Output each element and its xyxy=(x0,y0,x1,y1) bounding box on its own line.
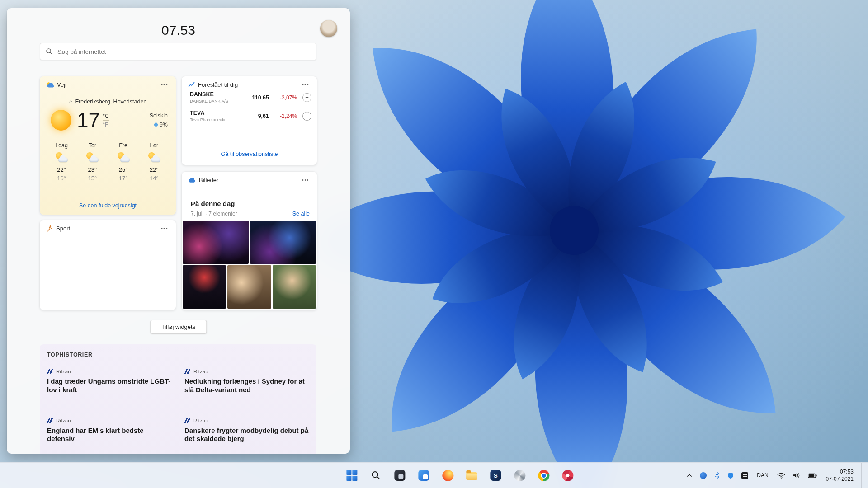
stock-name: DANSKE BANK A/S xyxy=(190,99,243,103)
tray-blue-app-button[interactable] xyxy=(698,471,708,480)
ritzau-logo-icon xyxy=(184,418,191,423)
watchlist-link[interactable]: Gå til observationsliste xyxy=(221,151,278,157)
photo-thumbnail[interactable] xyxy=(227,265,271,309)
news-item[interactable]: Ritzau Nedlukning forlænges i Sydney for… xyxy=(184,369,309,394)
show-desktop-button[interactable] xyxy=(861,463,863,488)
volume-icon xyxy=(793,472,800,479)
taskbar: S xyxy=(0,462,868,488)
s-logo-icon: S xyxy=(490,470,501,481)
chevron-up-icon xyxy=(687,474,692,477)
stocks-widget-icon xyxy=(188,81,195,88)
news-item[interactable]: Ritzau Danskere frygter modbydelig debut… xyxy=(184,418,309,444)
stock-change: -3,07% xyxy=(269,94,297,101)
photos-see-all-link[interactable]: Se alle xyxy=(292,211,310,217)
fahrenheit-toggle[interactable]: °F xyxy=(103,120,108,128)
forecast-day-fri[interactable]: Fre 25° 17° xyxy=(111,142,136,182)
search-input[interactable] xyxy=(57,48,316,55)
photos-widget-title: Billeder xyxy=(199,177,218,183)
forecast-day-label: Fre xyxy=(111,142,136,149)
language-indicator[interactable]: DAN xyxy=(755,470,770,480)
tray-overflow-button[interactable] xyxy=(685,472,693,479)
stock-row-teva[interactable]: TEVA Teva Pharmaceutic... 9,61 -2,24% + xyxy=(182,107,317,125)
news-headline: Nedlukning forlænges i Sydney for at slå… xyxy=(184,377,309,394)
dark-badge-icon xyxy=(741,472,748,479)
sport-menu-button[interactable]: ••• xyxy=(159,225,170,232)
ritzau-logo-icon xyxy=(47,369,53,374)
weather-location-row[interactable]: ⌂ Frederiksberg, Hovedstaden xyxy=(40,98,176,105)
wifi-icon xyxy=(777,473,785,479)
stocks-menu-button[interactable]: ••• xyxy=(300,81,311,88)
news-item[interactable]: Ritzau I dag træder Ungarns omstridte LG… xyxy=(47,369,172,394)
gray-sphere-app-button[interactable] xyxy=(510,466,528,484)
precipitation-drop-icon xyxy=(153,122,158,127)
firefox-button[interactable] xyxy=(439,466,457,484)
blue-app-icon xyxy=(700,472,707,479)
forecast-day-label: Tor xyxy=(80,142,105,149)
file-explorer-button[interactable] xyxy=(462,466,481,484)
full-forecast-link[interactable]: Se den fulde vejrudsigt xyxy=(79,202,137,209)
forecast-high: 23° xyxy=(80,166,105,173)
bluetooth-button[interactable] xyxy=(713,470,721,480)
partly-sunny-icon xyxy=(117,152,130,162)
add-to-watchlist-button[interactable]: + xyxy=(302,93,311,102)
user-avatar[interactable] xyxy=(320,20,337,37)
forecast-low: 15° xyxy=(80,175,105,182)
forecast-day-label: Lør xyxy=(142,142,167,149)
photo-thumbnail[interactable] xyxy=(250,221,316,264)
gray-sphere-icon xyxy=(514,470,525,481)
task-view-icon xyxy=(394,470,405,481)
security-shield-button[interactable] xyxy=(726,471,735,480)
s-app-button[interactable]: S xyxy=(486,466,505,484)
weather-location: Frederiksberg, Hovedstaden xyxy=(75,99,147,105)
photo-thumbnail[interactable] xyxy=(183,221,249,264)
battery-icon xyxy=(808,473,817,478)
stocks-widget-title: Foreslået til dig xyxy=(198,81,238,88)
weather-menu-button[interactable]: ••• xyxy=(159,81,170,88)
news-source: Ritzau xyxy=(56,418,71,423)
firefox-icon xyxy=(442,470,453,481)
taskbar-clock[interactable]: 07:53 07-07-2021 xyxy=(823,466,856,484)
news-source: Ritzau xyxy=(56,369,71,374)
chrome-button[interactable] xyxy=(534,466,552,484)
news-section-title: TOPHISTORIER xyxy=(47,352,93,358)
forecast-day-thu[interactable]: Tor 23° 15° xyxy=(80,142,105,182)
widgets-icon xyxy=(418,470,429,481)
weather-current-conditions: 17 °C °F Solskin 9% xyxy=(51,110,168,131)
add-widgets-button[interactable]: Tilføj widgets xyxy=(150,320,207,334)
forecast-high: 22° xyxy=(49,166,74,173)
sport-widget-title: Sport xyxy=(56,225,70,232)
photo-thumbnail[interactable] xyxy=(273,265,316,309)
forecast-day-today[interactable]: I dag 22° 16° xyxy=(49,142,74,182)
volume-button[interactable] xyxy=(792,471,802,480)
add-to-watchlist-button[interactable]: + xyxy=(302,112,311,121)
news-headline: England har EM's klart bedste defensiv xyxy=(47,427,172,444)
news-source: Ritzau xyxy=(193,418,208,423)
forecast-low: 16° xyxy=(49,175,74,182)
widgets-panel: 07.53 Vejr ••• ⌂ Frederiksberg, Hovedsta… xyxy=(7,8,350,454)
stock-name: Teva Pharmaceutic... xyxy=(190,117,243,122)
clock-time: 07:53 xyxy=(826,468,854,475)
battery-button[interactable] xyxy=(807,472,818,479)
search-icon xyxy=(46,48,53,55)
precipitation-chance: 9% xyxy=(160,122,168,128)
stock-change: -2,24% xyxy=(269,113,297,119)
photo-thumbnail[interactable] xyxy=(183,265,226,309)
forecast-low: 14° xyxy=(142,175,167,182)
photos-menu-button[interactable]: ••• xyxy=(300,176,311,183)
widgets-button[interactable] xyxy=(415,466,433,484)
windows-logo-icon xyxy=(346,470,357,481)
network-button[interactable] xyxy=(776,471,787,480)
weather-widget-icon xyxy=(46,82,54,88)
taskbar-search-button[interactable] xyxy=(367,466,385,484)
forecast-day-sat[interactable]: Lør 22° 14° xyxy=(142,142,167,182)
news-item[interactable]: Ritzau England har EM's klart bedste def… xyxy=(47,418,172,444)
start-button[interactable] xyxy=(343,466,361,484)
tray-dark-app-button[interactable] xyxy=(740,471,750,480)
stock-row-danske[interactable]: DANSKE DANSKE BANK A/S 110,65 -3,07% + xyxy=(182,88,317,107)
pinwheel-app-button[interactable] xyxy=(558,466,576,484)
photos-widget-icon xyxy=(188,177,196,183)
web-search-bar[interactable] xyxy=(40,43,316,60)
task-view-button[interactable] xyxy=(391,466,409,484)
sun-icon xyxy=(51,110,71,131)
celsius-toggle[interactable]: °C xyxy=(103,113,108,120)
